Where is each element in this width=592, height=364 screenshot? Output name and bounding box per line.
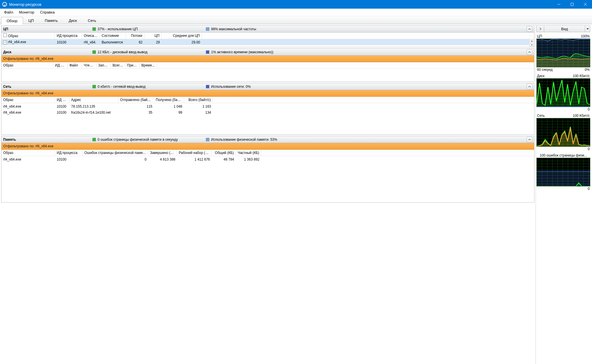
col[interactable]: Адрес <box>69 97 118 103</box>
col[interactable]: Прио... <box>125 62 140 68</box>
tab-network[interactable]: Сеть <box>82 17 102 24</box>
section-title: Диск <box>3 50 92 54</box>
col-avg[interactable]: Среднее для ЦП <box>162 33 202 39</box>
legend-swatch-icon <box>92 138 96 141</box>
sidebar-graph-cpu: ЦП100% 60 секунд0% <box>536 34 590 72</box>
tab-memory[interactable]: Память <box>39 17 63 24</box>
col[interactable]: Файл <box>68 62 82 68</box>
checkbox-all[interactable] <box>3 33 7 37</box>
col[interactable]: Всего ... <box>111 62 125 68</box>
graph-foot: 60 секунд <box>537 68 553 72</box>
col[interactable]: ИД пр... <box>53 62 68 68</box>
menu-monitor[interactable]: Монитор <box>16 9 37 16</box>
table-row[interactable]: rf4_x64.exe 10100 rf4_x64. Выполняется 6… <box>1 39 534 45</box>
table-row[interactable]: rf4_x64.exe 10100 0 4 813 388 1 412 676 … <box>1 156 534 162</box>
svg-marker-12 <box>537 171 590 186</box>
col[interactable]: Рабочий набор (КБ) <box>177 150 212 156</box>
legend-swatch-icon <box>92 50 96 54</box>
tab-disk[interactable]: Диск <box>63 17 82 24</box>
legend-text: 0 кбит/с - сетевой ввод-вывод <box>98 85 146 89</box>
graph-scale: 100% <box>581 34 590 38</box>
column-headers: Образ ИД процесса Описание Состояние Пот… <box>1 33 534 39</box>
svg-marker-7 <box>537 58 590 67</box>
filter-bar: Отфильтровано по: rf4_x64.exe <box>1 90 534 97</box>
col[interactable]: Ошибок страницы физической памяти/сек <box>83 150 148 156</box>
collapse-button[interactable] <box>527 49 532 55</box>
column-headers: Образ ИД процесса Ошибок страницы физиче… <box>1 150 534 156</box>
graph-scale: 100 Кбит/с <box>573 114 590 118</box>
table-row[interactable]: rf4_x64.exe 10100 78.155.213.135 115 1 0… <box>1 103 534 109</box>
col[interactable]: Запис... <box>96 62 111 68</box>
col[interactable]: Отправлено (байт/с) <box>118 97 154 103</box>
svg-marker-4 <box>587 28 589 30</box>
table-row[interactable]: rf4_x64.exe 10100 fra16s24-in-f14.1e100.… <box>1 109 534 115</box>
section-cpu: ЦП 37% - использование ЦП 98% максимальн… <box>1 25 534 47</box>
collapse-button[interactable] <box>527 137 532 142</box>
legend-text: 98% максимальной частоты <box>211 27 256 31</box>
legend-text: Использование физической памяти: 53% <box>211 138 277 142</box>
view-dropdown-button[interactable] <box>585 26 590 32</box>
sidebar: Вид ЦП100% 60 секунд0% Диск100 Кбит/с 0 … <box>536 24 592 364</box>
col[interactable]: Образ <box>1 62 53 68</box>
col[interactable]: ИД процесса <box>55 150 83 156</box>
collapse-sidebar-button[interactable] <box>537 26 544 32</box>
sidebar-header: Вид <box>536 25 590 32</box>
collapse-button[interactable] <box>527 26 532 32</box>
menu-help[interactable]: Справка <box>37 9 58 16</box>
col-cpu[interactable]: ЦП <box>144 33 162 39</box>
graph-canvas <box>536 118 590 147</box>
window-title: Монитор ресурсов <box>9 2 552 7</box>
col[interactable]: Образ <box>1 150 55 156</box>
section-network: Сеть 0 кбит/с - сетевой ввод-вывод Испол… <box>1 83 534 135</box>
graph-canvas <box>536 158 590 186</box>
graph-title: ЦП <box>537 34 542 38</box>
main-panel: ЦП 37% - использование ЦП 98% максимальн… <box>0 24 536 364</box>
legend-text: 1% активного времени (максимально)) <box>211 50 274 54</box>
col-state[interactable]: Состояние <box>100 33 126 39</box>
col[interactable]: Всего (байт/с) <box>184 97 213 103</box>
graph-foot: 0 <box>588 147 590 151</box>
tab-cpu[interactable]: ЦП <box>23 17 39 24</box>
section-title: ЦП <box>3 27 92 31</box>
col-pid[interactable]: ИД процесса <box>55 33 82 39</box>
graph-foot: 0 <box>588 107 590 111</box>
section-title: Память <box>3 138 92 142</box>
section-header-disk[interactable]: Диск 12 КБ/с - дисковый ввод-вывод 1% ак… <box>1 49 534 56</box>
col-threads[interactable]: Потоки <box>126 33 144 39</box>
col-desc[interactable]: Описание <box>82 33 100 39</box>
section-header-memory[interactable]: Память 0 ошибок страницы физической памя… <box>1 136 534 143</box>
collapse-button[interactable] <box>527 84 532 89</box>
col[interactable]: ИД пр... <box>55 97 69 103</box>
tab-overview[interactable]: Обзор <box>1 17 23 24</box>
sidebar-graph-network: Сеть100 Кбит/с 0 <box>536 113 590 151</box>
col[interactable]: Частный (КБ) <box>236 150 261 156</box>
col-image[interactable]: Образ <box>1 33 55 39</box>
close-button[interactable] <box>579 0 592 9</box>
scrollbar[interactable]: ▲▼ <box>529 39 534 47</box>
graph-title: Диск <box>537 74 544 78</box>
checkbox[interactable] <box>3 41 7 44</box>
maximize-button[interactable] <box>566 0 579 9</box>
col[interactable]: Завершено (КБ) <box>148 150 177 156</box>
col[interactable]: Время... <box>140 62 157 68</box>
section-header-cpu[interactable]: ЦП 37% - использование ЦП 98% максимальн… <box>1 26 534 33</box>
graph-canvas <box>536 39 590 67</box>
app-icon <box>2 2 7 7</box>
legend-swatch-icon <box>206 138 209 141</box>
col[interactable]: Образ <box>1 97 55 103</box>
section-header-network[interactable]: Сеть 0 кбит/с - сетевой ввод-вывод Испол… <box>1 83 534 90</box>
legend-swatch-icon <box>206 85 209 88</box>
section-disk: Диск 12 КБ/с - дисковый ввод-вывод 1% ак… <box>1 48 534 82</box>
col[interactable]: Чтени... <box>82 62 96 68</box>
menu-file[interactable]: Файл <box>1 9 16 16</box>
minimize-button[interactable] <box>552 0 566 9</box>
section-title: Сеть <box>3 85 92 89</box>
column-headers: Образ ИД пр... Файл Чтени... Запис... Вс… <box>1 62 534 69</box>
col[interactable]: Общий (КБ) <box>212 150 236 156</box>
graph-scale: 100 Кбит/с <box>573 74 590 78</box>
legend-text: Использование сети: 0% <box>211 85 251 89</box>
graph-title: Сеть <box>537 114 545 118</box>
col[interactable]: Получено (байт/с) <box>154 97 184 103</box>
graph-canvas <box>536 78 590 107</box>
legend-swatch-icon <box>206 27 209 31</box>
